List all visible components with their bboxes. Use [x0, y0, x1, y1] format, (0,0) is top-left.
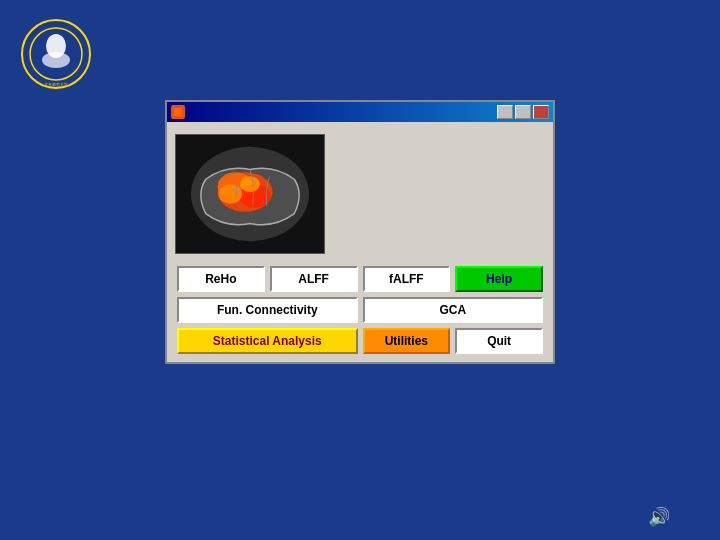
minimize-button[interactable]	[497, 105, 513, 119]
alff-button[interactable]: ALFF	[270, 266, 358, 292]
window-content: ReHoALFFfALFFHelpFun. ConnectivityGCASta…	[167, 122, 553, 362]
rest-info	[333, 134, 545, 254]
utilities-button[interactable]: Utilities	[363, 328, 451, 354]
svg-point-3	[42, 52, 70, 68]
window-titlebar	[167, 102, 553, 122]
header: 北京师范大学	[0, 0, 720, 100]
rest-window: ReHoALFFfALFFHelpFun. ConnectivityGCASta…	[165, 100, 555, 364]
rest-top-banner	[167, 122, 553, 130]
footer-area	[0, 364, 720, 389]
window-controls[interactable]	[497, 105, 549, 119]
close-button[interactable]	[533, 105, 549, 119]
rest-main-area	[167, 130, 553, 258]
institution-logo: 北京师范大学	[20, 18, 92, 90]
window-app-icon	[171, 105, 185, 119]
title-left	[171, 105, 189, 119]
restore-button[interactable]	[515, 105, 531, 119]
reho-button[interactable]: ReHo	[177, 266, 265, 292]
buttons-area: ReHoALFFfALFFHelpFun. ConnectivityGCASta…	[167, 258, 553, 362]
help-button[interactable]: Help	[455, 266, 543, 292]
svg-text:北京师范大学: 北京师范大学	[44, 82, 68, 87]
statistical-analysis-button[interactable]: Statistical Analysis	[177, 328, 358, 354]
brain-image	[175, 134, 325, 254]
falff-button[interactable]: fALFF	[363, 266, 451, 292]
svg-point-12	[240, 176, 260, 192]
svg-point-11	[219, 184, 243, 204]
main-title	[112, 36, 690, 72]
speaker-icon: 🔊	[648, 506, 670, 528]
fun-connectivity-button[interactable]: Fun. Connectivity	[177, 297, 358, 323]
svg-rect-5	[174, 108, 182, 116]
gca-button[interactable]: GCA	[363, 297, 544, 323]
quit-button[interactable]: Quit	[455, 328, 543, 354]
